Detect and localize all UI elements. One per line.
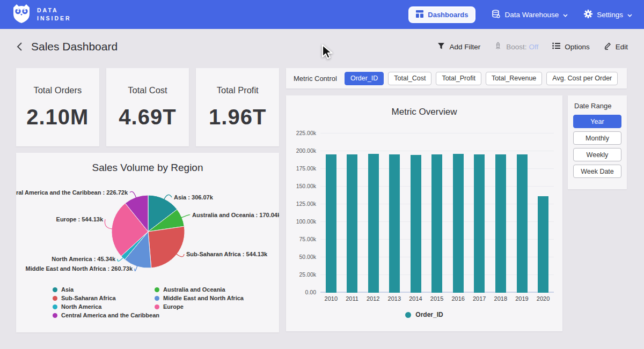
y-tick-label: 75.00k [288, 236, 316, 242]
metric-chip-total-revenue[interactable]: Total_Revenue [486, 72, 542, 85]
x-tick-label: 2014 [409, 295, 422, 302]
brand: DATA INSIDER [12, 3, 71, 26]
edit-button[interactable]: Edit [604, 42, 628, 51]
kpi-label: Total Cost [106, 85, 189, 95]
x-tick-label: 2011 [346, 295, 358, 302]
boost-state: Off [529, 43, 538, 51]
date-range-card: Date Range YearMonthlyWeeklyWeek Date [568, 95, 627, 189]
back-button[interactable] [16, 42, 23, 51]
database-icon [492, 10, 500, 20]
y-tick-label: 125.00k [288, 201, 316, 207]
metric-overview-card: Metric Overview 225.00k200.00k175.00k150… [286, 95, 562, 331]
legend-item-north-america[interactable]: North America [53, 302, 159, 311]
bar-chart-plot: 225.00k200.00k175.00k150.00k125.00k100.0… [320, 127, 554, 293]
legend-label: Order_ID [415, 311, 443, 318]
bar-2015[interactable] [431, 154, 442, 293]
legend-item-central-america-and-the-caribbean[interactable]: Central America and the Caribbean [53, 311, 159, 320]
legend-label: Central America and the Caribbean [61, 312, 159, 318]
metric-chip-total-profit[interactable]: Total_Profit [436, 72, 481, 85]
y-tick-label: 100.00k [288, 218, 316, 225]
x-tick-label: 2017 [473, 295, 486, 302]
kpi-row: Total Orders 2.10M Total Cost 4.69T Tota… [16, 68, 279, 146]
legend-item-middle-east-and-north-africa[interactable]: Middle East and North Africa [155, 294, 244, 302]
date-range-label: Date Range [574, 102, 621, 110]
bar-chart-title: Metric Overview [286, 95, 562, 117]
owl-logo-icon [12, 3, 31, 26]
legend-item-asia[interactable]: Asia [53, 285, 159, 294]
settings-menu[interactable]: Settings [584, 10, 632, 20]
date-range-monthly[interactable]: Monthly [573, 131, 621, 145]
rocket-icon [494, 42, 502, 51]
bar-2012[interactable] [368, 154, 379, 293]
options-button[interactable]: Options [552, 42, 590, 51]
kpi-total-orders: Total Orders 2.10M [16, 68, 99, 146]
date-range-year[interactable]: Year [573, 115, 621, 128]
bar-2017[interactable] [474, 154, 485, 293]
add-filter-button[interactable]: Add Filter [437, 42, 480, 51]
metric-chip-order-id[interactable]: Order_ID [345, 72, 384, 85]
gear-icon [584, 10, 592, 20]
pie-label-australia-and-oceania: Australia and Oceania : 170.04k [192, 212, 279, 218]
x-tick-label: 2015 [430, 295, 443, 302]
date-range-week-date[interactable]: Week Date [573, 165, 621, 178]
funnel-icon [437, 42, 445, 51]
pie-label-central-america-and-the-caribbean: Central America and the Caribbean : 226.… [16, 189, 128, 196]
bar-2013[interactable] [389, 154, 400, 293]
legend-dot [53, 296, 57, 301]
top-navbar: DATA INSIDER Dashboards [0, 0, 644, 29]
legend-dot [155, 305, 159, 309]
data-warehouse-menu[interactable]: Data Warehouse [492, 10, 568, 20]
x-tick-label: 2019 [515, 295, 528, 302]
metric-chip-total-cost[interactable]: Total_Cost [388, 72, 431, 85]
legend-dot [53, 305, 57, 309]
legend-dot [53, 287, 57, 292]
legend-item-sub-saharan-africa[interactable]: Sub-Saharan Africa [53, 294, 159, 302]
y-tick-label: 175.00k [288, 165, 316, 172]
pencil-icon [604, 42, 611, 51]
pie-label-sub-saharan-africa: Sub-Saharan Africa : 544.13k [186, 251, 268, 257]
kpi-label: Total Profit [196, 85, 279, 95]
legend-dot [155, 287, 159, 292]
kpi-value: 4.69T [106, 105, 189, 129]
sales-volume-by-region-card: Sales Volume by Region Asia : 306.07kAus… [16, 153, 279, 332]
legend-label: Sub-Saharan Africa [61, 295, 116, 301]
legend-item-australia-and-oceania[interactable]: Australia and Oceania [155, 285, 244, 294]
legend-dot [53, 313, 57, 318]
x-tick-label: 2010 [325, 295, 338, 302]
pie-slice-sub-saharan-africa[interactable] [148, 226, 185, 268]
pie-chart-title: Sales Volume by Region [16, 153, 279, 174]
pie-label-middle-east-and-north-africa: Middle East and North Africa : 260.73k [26, 265, 133, 272]
chevron-down-icon [563, 11, 568, 19]
legend-label: North America [61, 303, 101, 310]
dashboards-button[interactable]: Dashboards [408, 6, 475, 23]
x-tick-label: 2020 [537, 295, 550, 302]
bar-chart-x-axis: 2010201120122013201420152016201720182019… [320, 295, 554, 302]
bar-2010[interactable] [326, 154, 336, 293]
bar-2020[interactable] [538, 196, 548, 293]
boost-toggle[interactable]: Boost: Off [494, 42, 538, 51]
metric-chips: Order_IDTotal_CostTotal_ProfitTotal_Reve… [345, 72, 618, 85]
bar-2016[interactable] [453, 154, 464, 293]
chevron-down-icon [627, 11, 632, 19]
y-tick-label: 0.00 [288, 289, 316, 295]
x-tick-label: 2018 [494, 295, 507, 302]
legend-label: Asia [61, 286, 74, 293]
pie-label-europe: Europe : 544.13k [56, 216, 104, 222]
kpi-value: 1.96T [196, 105, 279, 129]
kpi-label: Total Orders [16, 85, 99, 95]
pie-label-line [118, 257, 123, 261]
data-warehouse-label: Data Warehouse [504, 11, 559, 19]
kpi-total-profit: Total Profit 1.96T [196, 68, 279, 146]
bar-2018[interactable] [495, 154, 506, 293]
metric-chip-avg-cost-per-order[interactable]: Avg. Cost per Order [546, 72, 618, 85]
legend-item-europe[interactable]: Europe [155, 302, 244, 311]
date-range-weekly[interactable]: Weekly [573, 148, 621, 161]
list-icon [552, 42, 560, 51]
bar-2014[interactable] [411, 155, 421, 293]
bar-2019[interactable] [517, 154, 528, 293]
y-tick-label: 50.00k [288, 254, 316, 260]
pie-label-line [181, 215, 190, 218]
bar-2011[interactable] [347, 154, 357, 293]
y-tick-label: 150.00k [288, 183, 316, 189]
bar-chart-legend[interactable]: Order_ID [286, 311, 562, 318]
